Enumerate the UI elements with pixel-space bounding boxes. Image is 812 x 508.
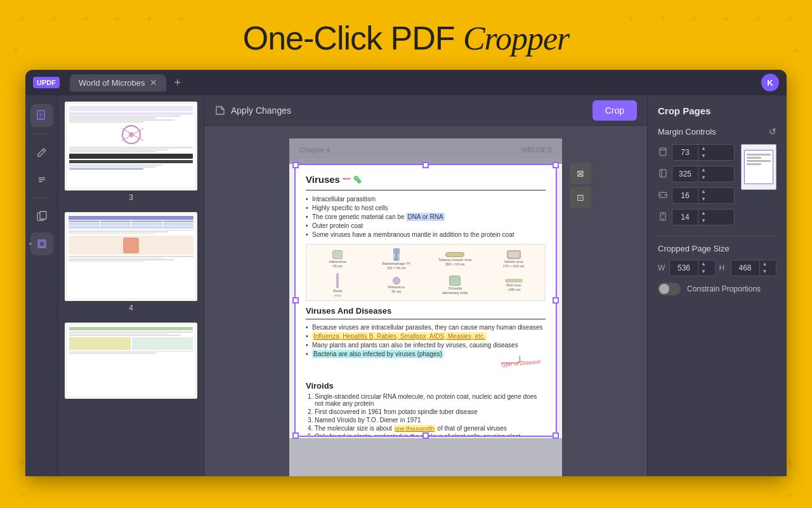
size-row: W ▲ ▼ H ▲ ▼ xyxy=(658,260,776,276)
margin-horizontal-stepper: ▲ ▼ xyxy=(698,188,709,203)
diseases-divider xyxy=(306,319,546,319)
crop-box-btn[interactable]: ⊡ xyxy=(570,187,591,208)
diseases-bullet-list: Because viruses are intracellular parasi… xyxy=(306,323,546,358)
tab-add-btn[interactable]: + xyxy=(171,74,183,92)
preview-line-3 xyxy=(747,160,771,162)
margin-vertical-stepper: ▲ ▼ xyxy=(698,210,709,225)
virus-cell-bacteriophage: Bacteriophage T4 150 × 65 nm xyxy=(368,247,426,271)
thumbnail-page-3[interactable]: 3 xyxy=(63,100,199,206)
margin-horizontal-increment[interactable]: ▲ xyxy=(698,188,709,196)
width-input[interactable] xyxy=(670,261,698,275)
crop-overlay[interactable]: Viruses 〰 🦠 Intracellular parasitism Hig… xyxy=(294,164,557,437)
tab-label: World of Microbes xyxy=(79,78,145,88)
reset-icon[interactable]: ↺ xyxy=(769,126,776,137)
height-input[interactable] xyxy=(731,261,759,275)
crop-handle-tm[interactable] xyxy=(422,162,429,168)
margin-controls-label: Margin Controls xyxy=(658,127,716,137)
page-4-label: 4 xyxy=(65,301,197,315)
margin-horizontal-icon xyxy=(658,190,668,201)
toggle-knob xyxy=(659,284,669,294)
section-divider xyxy=(306,190,546,190)
active-tab[interactable]: World of Microbes ✕ xyxy=(70,74,167,91)
margin-left-increment[interactable]: ▲ xyxy=(698,166,709,174)
margin-vertical-decrement[interactable]: ▼ xyxy=(698,217,709,225)
crop-controls-panel: Crop Pages Margin Controls ↺ xyxy=(647,95,787,476)
tab-close-btn[interactable]: ✕ xyxy=(150,78,157,87)
margin-top-input[interactable] xyxy=(672,145,698,159)
margin-left-input[interactable] xyxy=(672,167,698,181)
bullet-item: Because viruses are intracellular parasi… xyxy=(306,323,546,331)
virus-cell-tobacco: Tobacco mosaic virus 300 × 18 nm xyxy=(426,247,484,271)
virus-cell-chlorella: Chlorella elementary body xyxy=(426,272,484,298)
thumbnail-page-4[interactable]: 4 xyxy=(63,211,199,316)
viroid-item-5: Only found in plants, replicated in the … xyxy=(315,433,546,436)
crop-handle-tr[interactable] xyxy=(553,162,559,168)
viruses-bullet-list: Intracellular parasitism Highly specific… xyxy=(306,194,546,239)
crop-handle-bl[interactable] xyxy=(292,432,299,439)
virus-icon: 🦠 xyxy=(353,175,362,184)
crop-handle-rm[interactable] xyxy=(553,297,559,304)
sidebar-icon-list[interactable] xyxy=(30,168,53,191)
squiggle-decoration: 〰 xyxy=(343,175,350,184)
bullet-item: Many plants and plants can also be infec… xyxy=(306,340,546,349)
pdf-page: Chapter 4 VIRUSES xyxy=(289,138,562,476)
constrain-toggle[interactable] xyxy=(658,283,681,295)
margin-top-stepper: ▲ ▼ xyxy=(698,145,709,160)
margin-vertical-increment[interactable]: ▲ xyxy=(698,210,709,217)
width-decrement[interactable]: ▼ xyxy=(698,268,709,276)
viroid-item-1: Single-stranded circular RNA molecule, n… xyxy=(315,393,546,407)
bullet-item: Intracellular parasitism xyxy=(306,194,546,203)
crop-fit-btn[interactable]: ⊠ xyxy=(570,163,591,184)
viroid-item-4: The molecular size is about one thousand… xyxy=(315,425,546,432)
height-decrement[interactable]: ▼ xyxy=(760,268,770,276)
sidebar-icon-document[interactable] xyxy=(30,104,53,127)
margin-horizontal-input-wrap: ▲ ▼ xyxy=(672,187,735,204)
margin-horizontal-input[interactable] xyxy=(672,189,698,203)
crop-handle-br[interactable] xyxy=(553,432,559,439)
width-increment[interactable]: ▲ xyxy=(698,260,709,268)
diseases-highlight: Influenza, Hepatitis B, Rabies, Smallpox… xyxy=(312,332,487,340)
height-increment[interactable]: ▲ xyxy=(760,260,770,268)
margin-top-decrement[interactable]: ▼ xyxy=(698,152,709,160)
virus-cell-rhinovirus: Rhinovirus 30 nm xyxy=(368,272,426,298)
height-input-wrap: ▲ ▼ xyxy=(731,260,777,276)
svg-rect-0 xyxy=(37,110,44,119)
sidebar-icons xyxy=(25,95,58,476)
apply-changes-btn[interactable]: Apply Changes xyxy=(231,105,291,116)
pdf-page-container[interactable]: Chapter 4 VIRUSES xyxy=(204,126,647,476)
width-input-wrap: ▲ ▼ xyxy=(669,260,716,276)
preview-content-lines xyxy=(745,150,773,168)
main-content: 3 xyxy=(25,95,787,476)
sidebar-icon-crop[interactable] xyxy=(30,232,53,255)
crop-tool-buttons: ⊠ ⊡ xyxy=(570,163,591,208)
crop-handle-lm[interactable] xyxy=(292,297,299,304)
cropped-size-title: Cropped Page Size xyxy=(658,244,776,253)
crop-handle-bm[interactable] xyxy=(422,432,429,439)
crop-button[interactable]: Crop xyxy=(593,100,637,121)
viruses-section-title: Viruses 〰 🦠 xyxy=(306,174,546,185)
height-stepper: ▲ ▼ xyxy=(759,260,770,276)
sidebar-icon-pen[interactable] xyxy=(30,140,53,163)
outside-crop-top xyxy=(289,138,562,164)
constrain-label: Constrain Proportions xyxy=(687,284,761,293)
width-label: W xyxy=(658,264,665,272)
toolbar: Apply Changes Crop xyxy=(204,95,647,126)
margin-horizontal-decrement[interactable]: ▼ xyxy=(698,196,709,203)
margin-top-input-wrap: ▲ ▼ xyxy=(672,144,735,161)
margin-vertical-row: ▲ ▼ xyxy=(658,209,735,225)
header-title-normal: One-Click PDF xyxy=(243,20,455,57)
width-stepper: ▲ ▼ xyxy=(698,260,709,276)
margin-vertical-input[interactable] xyxy=(672,210,698,224)
margin-left-decrement[interactable]: ▼ xyxy=(698,174,709,182)
user-avatar: K xyxy=(761,74,779,91)
one-thousandth-highlight: one thousandth xyxy=(394,425,436,432)
margin-left-stepper: ▲ ▼ xyxy=(698,166,709,182)
margin-top-increment[interactable]: ▲ xyxy=(698,145,709,152)
header-title-cursive: Cropper xyxy=(463,20,569,57)
page-header: One-Click PDF Cropper xyxy=(0,0,812,70)
thumbnail-page-5[interactable] xyxy=(63,321,199,400)
crop-handle-tl[interactable] xyxy=(292,162,299,168)
bullet-item-diseases: Influenza, Hepatitis B, Rabies, Smallpox… xyxy=(306,331,546,340)
virus-cell-ebola: Ebola virus xyxy=(309,272,367,298)
sidebar-icon-copy[interactable] xyxy=(30,204,53,227)
